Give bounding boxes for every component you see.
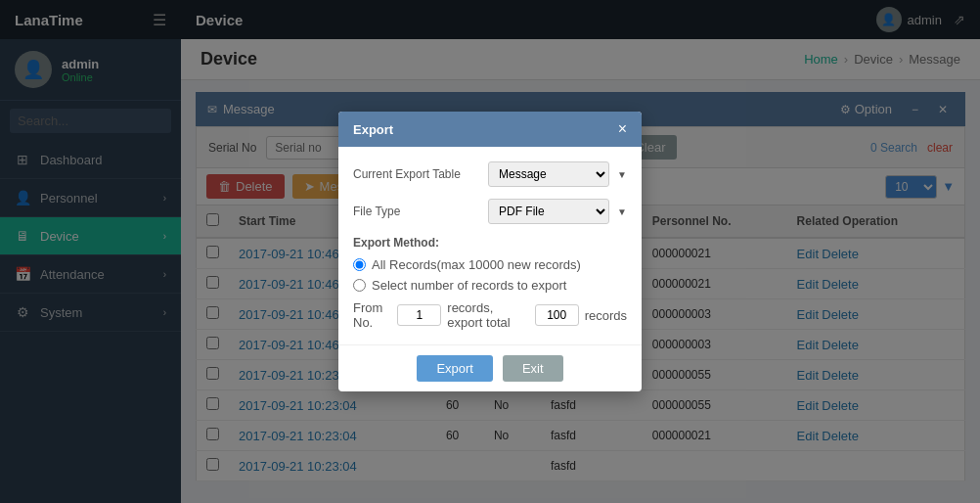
radio-group: All Records(max 10000 new records) Selec… <box>353 257 627 293</box>
radio-all-input[interactable] <box>353 258 366 271</box>
radio-select-input[interactable] <box>353 279 366 292</box>
from-no-input[interactable] <box>397 304 441 326</box>
exit-button[interactable]: Exit <box>503 355 563 382</box>
from-no-label: From No. <box>353 300 391 330</box>
from-no-group: From No. records, export total records <box>353 300 627 330</box>
modal-footer: Export Exit <box>338 344 642 391</box>
radio-select-records: Select number of records to export <box>353 278 627 293</box>
chevron-down-icon: ▼ <box>617 169 627 180</box>
records-label: records, export total <box>447 300 528 330</box>
records-suffix: records <box>585 308 627 323</box>
export-method-title: Export Method: <box>353 236 627 250</box>
modal-header: Export × <box>338 112 642 147</box>
export-table-select[interactable]: Message Device Personnel <box>488 161 609 187</box>
export-table-label: Current Export Table <box>353 167 480 181</box>
file-type-label: File Type <box>353 205 480 218</box>
export-modal: Export × Current Export Table Message De… <box>338 112 642 391</box>
modal-title: Export <box>353 122 393 137</box>
modal-overlay[interactable]: Export × Current Export Table Message De… <box>0 0 980 503</box>
export-table-group: Current Export Table Message Device Pers… <box>353 161 627 187</box>
modal-close-button[interactable]: × <box>618 121 627 137</box>
file-type-select[interactable]: PDF File Excel File CSV File <box>488 199 609 224</box>
radio-select-label: Select number of records to export <box>372 278 566 293</box>
chevron-down-icon: ▼ <box>617 206 627 217</box>
modal-body: Current Export Table Message Device Pers… <box>338 147 642 344</box>
file-type-group: File Type PDF File Excel File CSV File ▼ <box>353 199 627 224</box>
radio-all-label: All Records(max 10000 new records) <box>372 257 581 272</box>
export-button[interactable]: Export <box>417 355 493 382</box>
total-input[interactable] <box>535 304 579 326</box>
radio-all-records: All Records(max 10000 new records) <box>353 257 627 272</box>
